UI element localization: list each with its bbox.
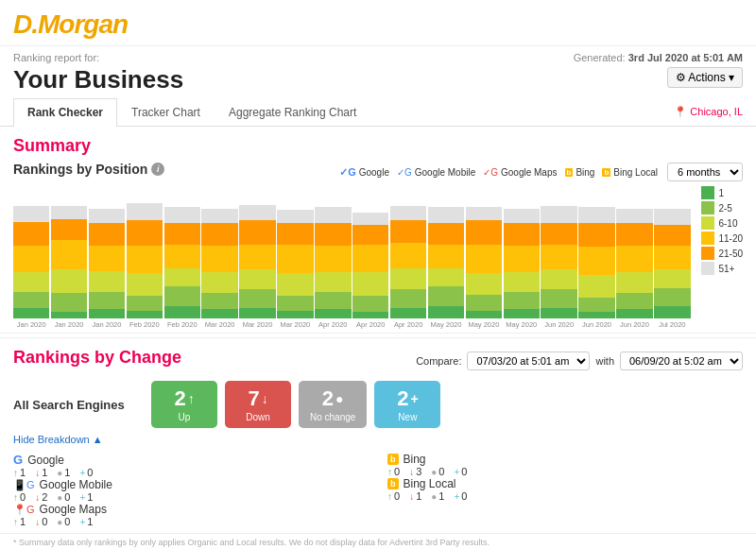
google-stat-down: ↓ 1 [35,467,47,478]
location-tag: 📍 Chicago, IL [674,106,743,118]
bar-group-2 [51,186,87,318]
bl-stat-up: ↑ 0 [387,490,400,502]
bing-stat-dot: ● 0 [431,466,444,477]
card-down: 7↓ Down [225,381,291,428]
se-row-google: G Google ↑ 1 ↓ 1 ● 1 + 0 [13,453,369,478]
bar-group-13 [466,186,502,318]
business-name: Your Business [13,65,183,94]
legend-item-1: 1 [701,186,743,199]
period-select[interactable]: 6 months 3 months 1 month [667,163,743,181]
report-left: Ranking report for: Your Business [13,52,183,94]
tab-tracker-chart[interactable]: Tracker Chart [117,98,215,126]
breakdown-cols: G Google ↑ 1 ↓ 1 ● 1 + 0 📱G Google Mobil… [13,453,743,527]
generated-value: 3rd Jul 2020 at 5:01 AM [628,52,743,63]
summary-title: Summary [13,136,743,156]
bing-stat-down: ↓ 3 [409,466,421,477]
disclaimer: * Summary data only rankings by only app… [0,533,756,549]
report-for-label: Ranking report for: [13,52,183,63]
card-up: 2↑ Up [151,381,217,428]
chart-legend: ✓G Google ✓G Google Mobile ✓G Google Map… [339,166,658,179]
bar-group-9 [315,186,351,318]
tab-rank-checker[interactable]: Rank Checker [13,98,117,127]
report-right: Generated: 3rd Jul 2020 at 5:01 AM ⚙ Act… [574,52,743,88]
compare-from-select[interactable]: 07/03/20 at 5:01 am [467,352,590,370]
bar-chart [13,186,694,318]
card-new: 2+ New [374,381,440,428]
compare-row: Compare: 07/03/20 at 5:01 am with 06/09/… [416,352,743,370]
se-name-bing: b Bing [387,453,743,466]
rankings-by-position-title: Rankings by Position i [13,162,164,177]
actions-button[interactable]: ⚙ Actions ▾ [667,67,743,88]
legend-item-51plus: 51+ [701,262,743,275]
google-icon: G [13,453,23,467]
google-stat-plus: + 0 [79,467,93,478]
legend-google: ✓G Google [339,166,389,179]
se-name-google-maps: 📍G Google Maps [13,503,369,516]
all-search-engines-row: All Search Engines 2↑ Up 7↓ Down 2● No c… [13,381,743,428]
bing-icon: b [387,454,399,465]
change-cards: 2↑ Up 7↓ Down 2● No change 2+ New [151,381,440,428]
change-header: Rankings by Change Compare: 07/03/20 at … [13,348,743,373]
se-row-google-mobile: 📱G Google Mobile ↑ 0 ↓ 2 ● 0 + 1 [13,478,369,503]
gm-stat-up: ↑ 0 [13,491,26,503]
logo-last: Morgan [38,9,128,39]
bl-stat-dot: ● 1 [431,490,444,502]
bl-stat-down: ↓ 1 [409,490,421,502]
maps-stat-up: ↑ 1 [13,516,26,527]
rankings-change-title: Rankings by Change [13,348,181,368]
compare-label: Compare: [416,355,461,367]
gm-stat-plus: + 1 [79,491,93,503]
tab-aggregate-ranking[interactable]: Aggregate Ranking Chart [215,98,370,126]
google-maps-stats: ↑ 1 ↓ 0 ● 0 + 1 [13,516,369,527]
card-up-label: Up [163,412,206,422]
logo: D.Morgan [13,9,743,40]
breakdown-right: b Bing ↑ 0 ↓ 3 ● 0 + 0 b Bing Local ↑ 0 [387,453,743,527]
bl-stat-plus: + 0 [454,490,467,502]
gm-stat-down: ↓ 2 [35,491,47,503]
legend-google-mobile: ✓G Google Mobile [397,167,475,178]
card-nochange-number: 2● [310,386,355,411]
summary-section: Summary Rankings by Position i ✓G Google… [0,127,756,329]
breakdown-left: G Google ↑ 1 ↓ 1 ● 1 + 0 📱G Google Mobil… [13,453,369,527]
se-name-google: G Google [13,453,369,467]
chart-x-labels: Jan 2020 Jan 2020 Jan 2020 Feb 2020 Feb … [13,320,694,329]
google-stats: ↑ 1 ↓ 1 ● 1 + 0 [13,467,369,478]
card-new-number: 2+ [386,386,429,411]
se-row-bing-local: b Bing Local ↑ 0 ↓ 1 ● 1 + 0 [387,477,743,502]
card-nochange-label: No change [310,412,355,422]
generated-label: Generated: 3rd Jul 2020 at 5:01 AM [574,52,743,63]
google-mobile-stats: ↑ 0 ↓ 2 ● 0 + 1 [13,491,369,503]
header: D.Morgan [0,0,756,46]
bing-local-icon: b [387,478,399,489]
bar-group-14 [504,186,540,318]
legend-google-maps: ✓G Google Maps [483,167,557,178]
card-down-label: Down [236,412,280,422]
all-search-engines-label: All Search Engines [13,398,136,412]
report-header: Ranking report for: Your Business Genera… [0,46,756,98]
tabs-bar: Rank Checker Tracker Chart Aggregate Ran… [0,98,756,127]
with-label: with [595,355,614,367]
tabs: Rank Checker Tracker Chart Aggregate Ran… [13,98,370,126]
hide-breakdown[interactable]: Hide Breakdown ▲ [13,434,743,445]
legend-item-11-20: 11-20 [701,232,743,245]
bar-group-4 [127,186,163,318]
change-section: Rankings by Change Compare: 07/03/20 at … [0,337,756,533]
compare-to-select[interactable]: 06/09/20 at 5:02 am [620,352,743,370]
info-icon: i [151,163,164,176]
legend-item-21-50: 21-50 [701,247,743,260]
card-new-label: New [386,412,429,422]
legend-item-2-5: 2-5 [701,201,743,214]
card-down-number: 7↓ [236,386,280,411]
bar-group-17 [616,186,652,318]
bar-group-11 [390,186,426,318]
google-stat-up: ↑ 1 [13,467,26,478]
bar-group-15 [541,186,576,318]
bing-stats: ↑ 0 ↓ 3 ● 0 + 0 [387,466,743,477]
logo-first: D. [13,9,38,39]
chart-legend-and-control: ✓G Google ✓G Google Mobile ✓G Google Map… [339,163,743,181]
bing-stat-plus: + 0 [454,466,467,477]
legend-bing-local: b Bing Local [602,167,658,178]
bar-group-3 [89,186,125,318]
card-nochange: 2● No change [299,381,367,428]
google-mobile-icon: 📱G [13,479,35,491]
